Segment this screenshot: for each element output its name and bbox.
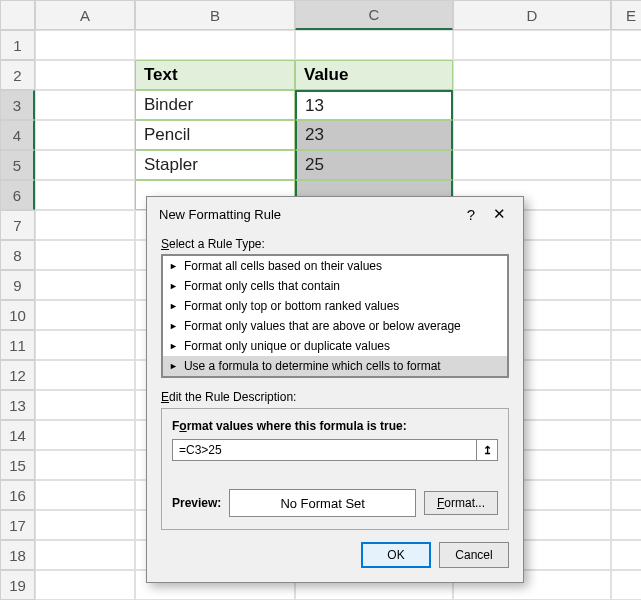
preview-label: Preview: bbox=[172, 496, 221, 510]
cell[interactable] bbox=[35, 420, 135, 450]
row-header[interactable]: 13 bbox=[0, 390, 35, 420]
row-header[interactable]: 4 bbox=[0, 120, 35, 150]
cell[interactable] bbox=[35, 390, 135, 420]
col-header-d[interactable]: D bbox=[453, 0, 611, 30]
rule-type-list[interactable]: ►Format all cells based on their values … bbox=[161, 254, 509, 378]
cell[interactable] bbox=[611, 270, 641, 300]
cell[interactable] bbox=[35, 360, 135, 390]
cell[interactable] bbox=[611, 330, 641, 360]
select-rule-type-label: Select a Rule Type: bbox=[161, 237, 509, 251]
arrow-icon: ► bbox=[169, 361, 178, 371]
row-header[interactable]: 18 bbox=[0, 540, 35, 570]
row-header[interactable]: 9 bbox=[0, 270, 35, 300]
row-header[interactable]: 19 bbox=[0, 570, 35, 600]
cell[interactable] bbox=[35, 120, 135, 150]
table-header-value[interactable]: Value bbox=[295, 60, 453, 90]
cell[interactable] bbox=[35, 150, 135, 180]
rule-type-item[interactable]: ►Format only unique or duplicate values bbox=[163, 336, 507, 356]
cell[interactable] bbox=[295, 30, 453, 60]
row-header[interactable]: 8 bbox=[0, 240, 35, 270]
rule-type-item[interactable]: ►Format all cells based on their values bbox=[163, 256, 507, 276]
range-selector-icon[interactable]: ↥ bbox=[476, 439, 498, 461]
cell[interactable] bbox=[453, 120, 611, 150]
cell[interactable] bbox=[611, 240, 641, 270]
cell[interactable] bbox=[611, 390, 641, 420]
rule-type-item[interactable]: ►Format only cells that contain bbox=[163, 276, 507, 296]
cell[interactable] bbox=[611, 570, 641, 600]
table-cell-value[interactable]: 23 bbox=[295, 120, 453, 150]
cell[interactable] bbox=[611, 420, 641, 450]
cell[interactable] bbox=[611, 90, 641, 120]
col-header-e[interactable]: E bbox=[611, 0, 641, 30]
dialog-titlebar[interactable]: New Formatting Rule ? ✕ bbox=[147, 197, 523, 229]
format-button[interactable]: Format... bbox=[424, 491, 498, 515]
col-header-b[interactable]: B bbox=[135, 0, 295, 30]
arrow-icon: ► bbox=[169, 261, 178, 271]
table-cell-value[interactable]: 25 bbox=[295, 150, 453, 180]
preview-box: No Format Set bbox=[229, 489, 416, 517]
cell[interactable] bbox=[35, 60, 135, 90]
rule-type-label: Format all cells based on their values bbox=[184, 259, 382, 273]
cell[interactable] bbox=[611, 540, 641, 570]
select-all-corner[interactable] bbox=[0, 0, 35, 30]
row-header[interactable]: 3 bbox=[0, 90, 35, 120]
cell[interactable] bbox=[611, 210, 641, 240]
cell[interactable] bbox=[611, 360, 641, 390]
table-cell-text[interactable]: Binder bbox=[135, 90, 295, 120]
table-cell-text[interactable]: Pencil bbox=[135, 120, 295, 150]
cell[interactable] bbox=[35, 240, 135, 270]
help-icon[interactable]: ? bbox=[457, 206, 485, 223]
cell[interactable] bbox=[35, 90, 135, 120]
row-header[interactable]: 1 bbox=[0, 30, 35, 60]
row-header[interactable]: 11 bbox=[0, 330, 35, 360]
cell[interactable] bbox=[35, 330, 135, 360]
col-header-c[interactable]: C bbox=[295, 0, 453, 30]
cancel-button[interactable]: Cancel bbox=[439, 542, 509, 568]
close-icon[interactable]: ✕ bbox=[485, 205, 513, 223]
cell[interactable] bbox=[611, 480, 641, 510]
cell[interactable] bbox=[611, 180, 641, 210]
cell[interactable] bbox=[611, 30, 641, 60]
cell[interactable] bbox=[611, 510, 641, 540]
cell[interactable] bbox=[35, 300, 135, 330]
cell[interactable] bbox=[453, 90, 611, 120]
formula-label: Format values where this formula is true… bbox=[172, 419, 498, 433]
cell[interactable] bbox=[35, 450, 135, 480]
row-header[interactable]: 10 bbox=[0, 300, 35, 330]
row-header[interactable]: 12 bbox=[0, 360, 35, 390]
cell[interactable] bbox=[35, 270, 135, 300]
row-header[interactable]: 15 bbox=[0, 450, 35, 480]
table-cell-text[interactable]: Stapler bbox=[135, 150, 295, 180]
cell[interactable] bbox=[35, 510, 135, 540]
row-header[interactable]: 5 bbox=[0, 150, 35, 180]
cell[interactable] bbox=[35, 480, 135, 510]
rule-type-item[interactable]: ►Format only top or bottom ranked values bbox=[163, 296, 507, 316]
cell[interactable] bbox=[453, 60, 611, 90]
row-header[interactable]: 6 bbox=[0, 180, 35, 210]
col-header-a[interactable]: A bbox=[35, 0, 135, 30]
ok-button[interactable]: OK bbox=[361, 542, 431, 568]
row-header[interactable]: 17 bbox=[0, 510, 35, 540]
cell[interactable] bbox=[35, 210, 135, 240]
table-cell-value[interactable]: 13 bbox=[295, 90, 453, 120]
cell[interactable] bbox=[453, 30, 611, 60]
table-header-text[interactable]: Text bbox=[135, 60, 295, 90]
row-header[interactable]: 2 bbox=[0, 60, 35, 90]
rule-type-item-selected[interactable]: ►Use a formula to determine which cells … bbox=[163, 356, 507, 376]
cell[interactable] bbox=[611, 450, 641, 480]
cell[interactable] bbox=[611, 120, 641, 150]
cell[interactable] bbox=[35, 540, 135, 570]
row-header[interactable]: 14 bbox=[0, 420, 35, 450]
cell[interactable] bbox=[135, 30, 295, 60]
cell[interactable] bbox=[35, 180, 135, 210]
cell[interactable] bbox=[611, 150, 641, 180]
formula-input[interactable] bbox=[172, 439, 477, 461]
row-header[interactable]: 7 bbox=[0, 210, 35, 240]
cell[interactable] bbox=[611, 300, 641, 330]
cell[interactable] bbox=[453, 150, 611, 180]
rule-type-item[interactable]: ►Format only values that are above or be… bbox=[163, 316, 507, 336]
cell[interactable] bbox=[611, 60, 641, 90]
row-header[interactable]: 16 bbox=[0, 480, 35, 510]
cell[interactable] bbox=[35, 30, 135, 60]
cell[interactable] bbox=[35, 570, 135, 600]
